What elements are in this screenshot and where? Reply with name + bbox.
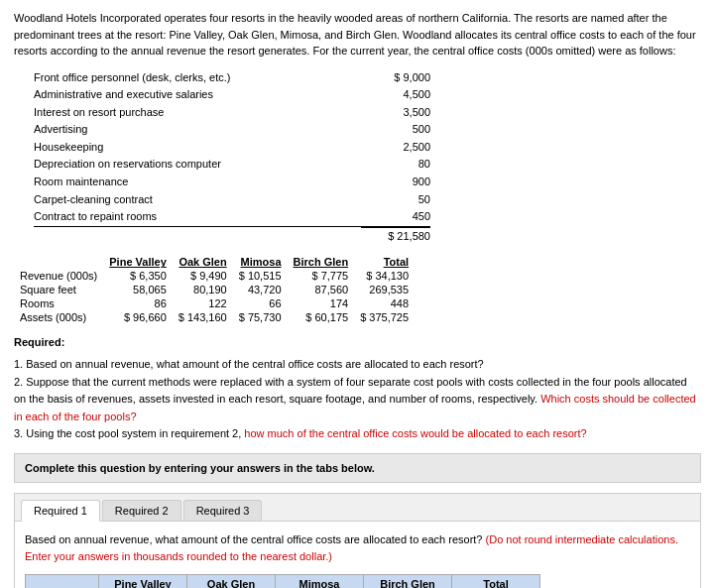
cost-amount: 500: [361, 121, 430, 139]
req-text: Based on annual revenue, what amount of …: [26, 358, 483, 370]
answer-table: Pine ValleyOak GlenMimosaBirch GlenTotal…: [25, 574, 540, 588]
tab-req1[interactable]: Required 1: [21, 500, 100, 522]
tab-req2[interactable]: Required 2: [102, 500, 181, 521]
cost-amount: 3,500: [361, 104, 430, 122]
answer-col-header: Total: [452, 575, 540, 589]
row-label: Rooms: [14, 296, 103, 310]
cost-label: Administrative and executive salaries: [34, 86, 361, 104]
cost-label: Room maintenance: [34, 174, 361, 191]
tab1-question: Based on annual revenue, what amount of …: [25, 531, 690, 564]
row-value: 66: [233, 296, 288, 310]
resort-data-table: Pine ValleyOak GlenMimosaBirch GlenTotal…: [14, 255, 415, 324]
req-text-plain: Using the cost pool system in requiremen…: [26, 427, 244, 439]
cost-amount: 80: [361, 156, 430, 174]
cost-row: Interest on resort purchase3,500: [34, 104, 430, 122]
row-value: $ 96,660: [103, 310, 172, 324]
required-item-2: 2. Suppose that the current methods were…: [14, 374, 701, 426]
answer-col-header: [26, 575, 99, 589]
data-col-header: [14, 255, 103, 269]
row-value: $ 143,160: [173, 310, 233, 324]
row-value: 122: [173, 296, 233, 310]
data-table-row: Revenue (000s)$ 6,350$ 9,490$ 10,515$ 7,…: [14, 269, 415, 283]
required-item-1: 1. Based on annual revenue, what amount …: [14, 356, 701, 374]
row-value: 174: [288, 296, 355, 310]
row-value: 80,190: [173, 283, 233, 296]
row-value: $ 10,515: [233, 269, 288, 283]
cost-amount: $ 9,000: [361, 69, 430, 87]
answer-col-header: Birch Glen: [364, 575, 452, 589]
row-value: $ 375,725: [354, 310, 415, 324]
tabs-container: Required 1Required 2Required 3 Based on …: [14, 493, 701, 588]
row-value: 43,720: [233, 283, 288, 296]
row-label: Square feet: [14, 283, 103, 296]
row-value: 86: [103, 296, 172, 310]
cost-label: Depreciation on reservations computer: [34, 156, 361, 174]
cost-label: Housekeeping: [34, 139, 361, 157]
answer-col-header: Mimosa: [276, 575, 364, 589]
row-value: 87,560: [288, 283, 355, 296]
row-value: 448: [354, 296, 415, 310]
row-value: 269,535: [354, 283, 415, 296]
cost-amount: 900: [361, 174, 430, 191]
required-section: Required: 1. Based on annual revenue, wh…: [14, 334, 701, 443]
cost-label: Carpet-cleaning contract: [34, 191, 361, 209]
cost-row: Housekeeping2,500: [34, 139, 430, 157]
cost-row: Front office personnel (desk, clerks, et…: [34, 69, 430, 87]
req-num: 2.: [14, 376, 26, 388]
data-col-header: Total: [354, 255, 415, 269]
complete-box: Complete this question by entering your …: [14, 453, 701, 483]
data-col-header: Mimosa: [233, 255, 288, 269]
data-col-header: Pine Valley: [103, 255, 172, 269]
answer-col-header: Pine Valley: [99, 575, 187, 589]
cost-label: Front office personnel (desk, clerks, et…: [34, 69, 361, 87]
cost-total: $ 21,580: [361, 227, 430, 246]
cost-amount: 50: [361, 191, 430, 209]
intro-paragraph: Woodland Hotels Incorporated operates fo…: [14, 10, 701, 59]
tab-req3[interactable]: Required 3: [183, 500, 263, 521]
row-value: $ 7,775: [288, 269, 355, 283]
cost-label: Contract to repaint rooms: [34, 208, 361, 226]
cost-amount: 2,500: [361, 139, 430, 157]
cost-row: Room maintenance900: [34, 174, 430, 191]
cost-row: Contract to repaint rooms450: [34, 208, 430, 226]
required-title: Required:: [14, 334, 701, 352]
req-num: 3.: [14, 427, 26, 439]
data-table-row: Square feet58,06580,19043,72087,560269,5…: [14, 283, 415, 296]
data-table-row: Assets (000s)$ 96,660$ 143,160$ 75,730$ …: [14, 310, 415, 324]
required-item-3: 3. Using the cost pool system in require…: [14, 425, 701, 443]
tab-content-req1: Based on annual revenue, what amount of …: [15, 522, 700, 588]
cost-total-row: $ 21,580: [34, 226, 430, 246]
tabs-header: Required 1Required 2Required 3: [15, 494, 700, 522]
data-table-row: Rooms8612266174448: [14, 296, 415, 310]
data-col-header: Birch Glen: [288, 255, 355, 269]
req-text-red: how much of the central office costs wou…: [244, 427, 586, 439]
cost-label: Advertising: [34, 121, 361, 139]
answer-col-header: Oak Glen: [187, 575, 276, 589]
cost-row: Depreciation on reservations computer80: [34, 156, 430, 174]
cost-row: Carpet-cleaning contract50: [34, 191, 430, 209]
row-value: $ 9,490: [173, 269, 233, 283]
cost-list: Front office personnel (desk, clerks, et…: [34, 69, 701, 246]
cost-row: Administrative and executive salaries4,5…: [34, 86, 430, 104]
row-value: $ 60,175: [288, 310, 355, 324]
row-label: Revenue (000s): [14, 269, 103, 283]
row-value: $ 75,730: [233, 310, 288, 324]
data-col-header: Oak Glen: [173, 255, 233, 269]
cost-amount: 450: [361, 208, 430, 226]
req-num: 1.: [14, 358, 26, 370]
row-value: $ 34,130: [354, 269, 415, 283]
cost-amount: 4,500: [361, 86, 430, 104]
row-value: $ 6,350: [103, 269, 172, 283]
cost-label: Interest on resort purchase: [34, 104, 361, 122]
cost-row: Advertising500: [34, 121, 430, 139]
row-label: Assets (000s): [14, 310, 103, 324]
row-value: 58,065: [103, 283, 172, 296]
